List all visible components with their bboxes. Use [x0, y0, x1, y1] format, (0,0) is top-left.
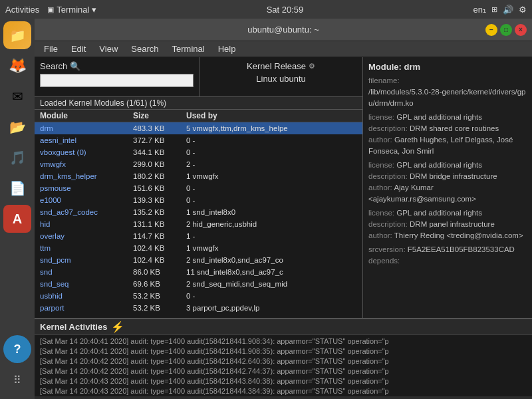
sidebar-icon-folder[interactable]: 📂	[3, 113, 31, 141]
module-row[interactable]: parport 53.2 KB 3 parport_pc,ppdev,lp	[35, 302, 362, 312]
sidebar: 📁 🦊 ✉ 📂 🎵 📄 A ? ⠿	[0, 19, 35, 399]
module-license-2: license: GPL and additional rights	[368, 160, 527, 171]
kernel-release-label-text: Kernel Release	[247, 61, 306, 71]
mod-usedby: 0 -	[186, 147, 357, 158]
top-row: Search 🔍 Kernel Release ⚙ Linux ubuntu	[35, 57, 362, 97]
activities-button[interactable]: Activities	[5, 5, 39, 15]
module-row[interactable]: aesni_intel 372.7 KB 0 -	[35, 134, 362, 146]
sidebar-icon-help[interactable]: ?	[3, 335, 31, 363]
network-icon[interactable]: ⊞	[491, 5, 497, 14]
sidebar-icon-files[interactable]: 📁	[3, 21, 31, 49]
mod-size: 53.2 KB	[133, 303, 186, 312]
module-row[interactable]: snd_seq 69.6 KB 2 snd_seq_midi,snd_seq_m…	[35, 278, 362, 290]
module-row[interactable]: drm_kms_helper 180.2 KB 1 vmwgfx	[35, 170, 362, 182]
mod-name: aesni_intel	[40, 135, 133, 146]
module-row[interactable]: vmwgfx 299.0 KB 2 -	[35, 158, 362, 170]
mod-size: 102.4 KB	[133, 255, 186, 265]
sidebar-icon-firefox[interactable]: 🦊	[3, 52, 31, 80]
menu-search[interactable]: Search	[126, 43, 164, 55]
module-row[interactable]: hid 131.1 KB 2 hid_generic,usbhid	[35, 218, 362, 230]
main-content: Search 🔍 Kernel Release ⚙ Linux ubuntu	[35, 57, 532, 318]
sidebar-icon-appstore[interactable]: A	[3, 205, 31, 233]
system-bar-datetime: Sat 20:59	[267, 5, 304, 15]
log-entry: [Sat Mar 14 20:40:42 2020] audit: type=1…	[40, 366, 527, 376]
bottom-panel: Kernel Activities ⚡ [Sat Mar 14 20:40:41…	[35, 318, 532, 396]
license-label-3: license:	[368, 209, 394, 217]
mod-size: 69.6 KB	[133, 279, 186, 289]
module-info-title: Module: drm	[368, 61, 527, 72]
search-input[interactable]	[40, 74, 194, 87]
search-label: Search 🔍	[40, 61, 194, 71]
mod-name: snd_pcm	[40, 255, 133, 265]
menu-edit[interactable]: Edit	[66, 43, 91, 55]
module-row[interactable]: ttm 102.4 KB 1 vmwgfx	[35, 242, 362, 254]
close-button[interactable]: ×	[515, 24, 527, 36]
menu-help[interactable]: Help	[213, 43, 241, 55]
log-entry: [Sat Mar 14 20:40:41 2020] audit: type=1…	[40, 336, 527, 346]
modules-header: Loaded Kernel Modules (1/61) (1%)	[35, 97, 362, 110]
language-indicator[interactable]: en₁	[473, 5, 486, 15]
menu-file[interactable]: File	[39, 43, 63, 55]
module-license-3: license: GPL and additional rights	[368, 207, 527, 219]
mod-size: 151.6 KB	[133, 183, 186, 194]
module-row[interactable]: snd_ac97_codec 135.2 KB 1 snd_intel8x0	[35, 206, 362, 218]
datetime-text: Sat 20:59	[267, 5, 304, 15]
kernel-release-value: Linux ubuntu	[205, 74, 357, 84]
col-header-module: Module	[40, 111, 133, 120]
module-row[interactable]: vboxguest (0) 344.1 KB 0 -	[35, 146, 362, 158]
module-depends: depends:	[368, 255, 527, 267]
module-row[interactable]: usbhid 53.2 KB 0 -	[35, 290, 362, 302]
mod-name: usbhid	[40, 291, 133, 301]
terminal-dropdown-icon[interactable]: ▾	[92, 5, 96, 15]
mod-name: snd	[40, 267, 133, 277]
mod-size: 372.7 KB	[133, 135, 186, 146]
mod-usedby: 5 vmwgfx,ttm,drm_kms_helpe	[186, 123, 357, 134]
module-row[interactable]: overlay 114.7 KB 1 -	[35, 230, 362, 242]
mod-name: parport	[40, 303, 133, 312]
mod-usedby: 2 snd_intel8x0,snd_ac97_co	[186, 255, 357, 265]
module-description-3: description: DRM panel infrastructure	[368, 219, 527, 230]
mod-name: e1000	[40, 195, 133, 205]
sidebar-icon-grid[interactable]: ⠿	[3, 366, 31, 394]
search-icon: 🔍	[70, 61, 80, 71]
mod-usedby: 11 snd_intel8x0,snd_ac97_c	[186, 267, 357, 277]
description-label-2: description:	[368, 172, 408, 180]
license-value-1: GPL and additional rights	[396, 113, 482, 121]
minimize-button[interactable]: −	[485, 24, 497, 36]
mod-usedby: 0 -	[186, 135, 357, 146]
module-row[interactable]: drm 483.3 KB 5 vmwgfx,ttm,drm_kms_helpe	[35, 122, 362, 134]
mod-usedby: 1 vmwgfx	[186, 243, 357, 253]
modules-header-text: Loaded Kernel Modules (1/61) (1%)	[40, 98, 166, 108]
module-row[interactable]: e1000 139.3 KB 0 -	[35, 194, 362, 206]
module-row[interactable]: snd_pcm 102.4 KB 2 snd_intel8x0,snd_ac97…	[35, 254, 362, 266]
sidebar-icon-email[interactable]: ✉	[3, 82, 31, 110]
mod-name: vmwgfx	[40, 159, 133, 170]
author-label-3: author:	[368, 231, 392, 239]
mod-size: 139.3 KB	[133, 195, 186, 205]
module-row[interactable]: psmouse 151.6 KB 0 -	[35, 182, 362, 194]
depends-label: depends:	[368, 257, 400, 265]
filename-label: filename:	[368, 76, 400, 84]
menu-terminal[interactable]: Terminal	[167, 43, 210, 55]
system-bar-right: en₁ ⊞ 🔊 ⚙	[473, 5, 527, 15]
mod-usedby: 1 snd_intel8x0	[186, 207, 357, 217]
log-entry: [Sat Mar 14 20:40:42 2020] audit: type=1…	[40, 356, 527, 366]
description-label-1: description:	[368, 124, 408, 132]
menu-view[interactable]: View	[94, 43, 123, 55]
sidebar-icon-document[interactable]: 📄	[3, 174, 31, 202]
settings-icon[interactable]: ⚙	[519, 5, 527, 15]
col-header-size: Size	[133, 111, 186, 120]
mod-name: drm_kms_helper	[40, 171, 133, 182]
description-label-3: description:	[368, 220, 408, 228]
mod-size: 135.2 KB	[133, 207, 186, 217]
mod-size: 102.4 KB	[133, 243, 186, 253]
sound-icon[interactable]: 🔊	[503, 5, 513, 15]
maximize-button[interactable]: □	[500, 24, 512, 36]
activities-header: Kernel Activities ⚡	[35, 319, 532, 335]
sidebar-icon-music[interactable]: 🎵	[3, 144, 31, 172]
mod-usedby: 0 -	[186, 195, 357, 205]
module-row[interactable]: snd 86.0 KB 11 snd_intel8x0,snd_ac97_c	[35, 266, 362, 278]
mod-name: vboxguest (0)	[40, 147, 133, 158]
search-section: Search 🔍	[35, 57, 200, 96]
author-label-1: author:	[368, 136, 392, 144]
